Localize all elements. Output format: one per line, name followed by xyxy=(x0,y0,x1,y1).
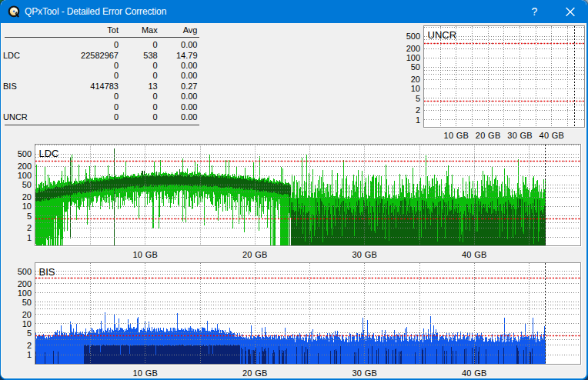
svg-text:20 GB: 20 GB xyxy=(242,250,268,259)
svg-text:5: 5 xyxy=(27,212,32,221)
svg-text:20: 20 xyxy=(22,310,32,319)
svg-text:50: 50 xyxy=(22,298,32,307)
svg-text:10 GB: 10 GB xyxy=(132,250,158,259)
svg-text:5: 5 xyxy=(27,328,32,338)
svg-text:20: 20 xyxy=(411,75,420,84)
svg-text:30 GB: 30 GB xyxy=(352,368,377,378)
svg-text:BIS: BIS xyxy=(39,266,55,278)
svg-text:50: 50 xyxy=(411,62,420,72)
svg-text:40 GB: 40 GB xyxy=(462,368,487,378)
svg-text:20 GB: 20 GB xyxy=(242,368,268,378)
svg-text:1: 1 xyxy=(416,115,420,125)
svg-text:10: 10 xyxy=(22,202,32,211)
svg-text:100: 100 xyxy=(18,171,32,180)
svg-text:50: 50 xyxy=(22,180,32,189)
svg-text:40 GB: 40 GB xyxy=(540,131,565,140)
svg-text:200: 200 xyxy=(406,44,420,53)
svg-text:500: 500 xyxy=(18,149,32,158)
svg-text:2: 2 xyxy=(416,105,420,115)
svg-text:10 GB: 10 GB xyxy=(132,368,158,378)
svg-text:2: 2 xyxy=(27,223,32,232)
svg-text:1: 1 xyxy=(27,350,32,359)
svg-text:500: 500 xyxy=(18,267,32,276)
svg-text:1: 1 xyxy=(27,233,32,242)
svg-text:20: 20 xyxy=(22,192,32,202)
svg-text:200: 200 xyxy=(18,162,32,171)
svg-text:500: 500 xyxy=(406,32,420,41)
svg-text:2: 2 xyxy=(27,341,32,350)
svg-text:10 GB: 10 GB xyxy=(444,131,469,140)
svg-text:200: 200 xyxy=(18,279,32,288)
svg-text:10: 10 xyxy=(411,84,420,93)
svg-text:100: 100 xyxy=(406,53,420,62)
svg-text:30 GB: 30 GB xyxy=(507,131,533,140)
svg-text:10: 10 xyxy=(22,319,32,328)
svg-text:40 GB: 40 GB xyxy=(462,250,487,259)
svg-text:100: 100 xyxy=(18,288,32,298)
svg-text:30 GB: 30 GB xyxy=(352,250,377,259)
svg-text:LDC: LDC xyxy=(39,148,59,159)
svg-text:20 GB: 20 GB xyxy=(476,131,501,140)
svg-text:5: 5 xyxy=(416,94,420,103)
svg-text:UNCR: UNCR xyxy=(428,29,457,41)
